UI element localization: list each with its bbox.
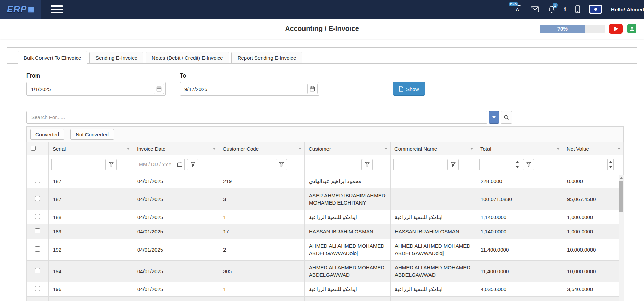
total-filter-button[interactable]	[523, 159, 534, 170]
tab-sending-einvoice[interactable]: Sending E-Invoice	[89, 52, 143, 64]
column-header-customer[interactable]: Customer	[305, 142, 391, 155]
row-checkbox[interactable]	[35, 196, 40, 201]
cell-total: 228.0000	[476, 174, 563, 188]
scrollbar-thumb[interactable]	[619, 181, 623, 212]
language-icon[interactable]: ENG A	[514, 5, 521, 13]
cell-total: 1,140.0000	[476, 210, 563, 224]
serial-filter-button[interactable]	[105, 159, 117, 170]
tab-bulk-convert[interactable]: Bulk Convert To EInvoice	[18, 51, 87, 64]
row-checkbox[interactable]	[35, 286, 40, 291]
search-input[interactable]	[26, 111, 487, 124]
spinner-down-icon[interactable]	[608, 164, 613, 170]
cell-date: 04/01/2025	[133, 282, 219, 297]
search-dropdown-button[interactable]	[489, 111, 499, 124]
row-checkbox-cell	[27, 261, 49, 282]
spinner-down-icon[interactable]	[514, 164, 520, 170]
row-checkbox[interactable]	[35, 178, 40, 183]
progress-fill: 70%	[540, 25, 585, 33]
cell-serial: 192	[49, 239, 133, 261]
page-title: Accounting / E-Invoice	[285, 25, 359, 33]
column-header-net-value[interactable]: Net Value	[563, 142, 624, 155]
select-all-checkbox[interactable]	[31, 146, 36, 151]
grid-toolbar: Converted Not Converted	[26, 126, 624, 142]
cell-serial: 188	[49, 210, 133, 224]
net-value-spinner[interactable]	[607, 159, 613, 170]
cell-commercial: AHMED ALI AHMED MOHAMED ABDELGAWWAD	[391, 261, 476, 282]
search-button[interactable]	[501, 111, 512, 124]
customer-filter-button[interactable]	[361, 159, 373, 170]
converted-button[interactable]: Converted	[30, 129, 64, 140]
cell-customer: ايتامكو للتنمية الزراعية	[305, 282, 391, 297]
total-filter-input[interactable]	[480, 159, 514, 170]
calendar-icon	[156, 86, 162, 92]
app-logo[interactable]: ERP ▦	[0, 0, 41, 19]
table-row: 19704/01/20254ALEEN MOHAMMAD ISMAIL RADI…	[27, 297, 624, 301]
total-spinner[interactable]	[514, 159, 520, 170]
cell-commercial: HASSAN IBRAHIM OSMAN	[391, 224, 476, 239]
tab-notes-einvoice[interactable]: Notes (Debit / Credit) E-Invoice	[146, 52, 229, 64]
progress-label: 70%	[557, 26, 568, 32]
cell-serial: 187	[49, 188, 133, 210]
cell-commercial	[391, 188, 476, 210]
language-badge: ENG	[509, 2, 518, 6]
to-field-group: To	[180, 73, 319, 96]
column-header-commercial-name[interactable]: Commercial Name	[391, 142, 476, 155]
cell-date: 04/01/2025	[133, 210, 219, 224]
column-header-total[interactable]: Total	[476, 142, 563, 155]
mobile-icon[interactable]	[575, 5, 580, 13]
spinner-up-icon[interactable]	[514, 159, 520, 164]
table-row: 19204/01/20252AHMED ALI AHMED MOHAMED AB…	[27, 239, 624, 261]
from-date-input[interactable]	[26, 82, 166, 96]
cell-customer: ASER AHMED IBRAHIM AHMED MOHAMED ELGHITA…	[305, 188, 391, 210]
cell-net: 10,000.0000	[563, 239, 624, 261]
spinner-up-icon[interactable]	[608, 159, 613, 164]
column-header-serial[interactable]: Serial	[49, 142, 133, 155]
table-scrollbar[interactable]	[619, 175, 624, 301]
to-calendar-button[interactable]	[307, 84, 318, 94]
tab-report-sending[interactable]: Report Sending E-Invoice	[231, 52, 302, 64]
customer-code-filter-button[interactable]	[276, 159, 287, 170]
filter-icon	[279, 162, 284, 167]
flag-avatar[interactable]	[589, 5, 602, 14]
customer-filter-input[interactable]	[308, 159, 359, 170]
youtube-icon[interactable]	[609, 24, 623, 34]
date-filter-form: From To Show	[7, 64, 637, 96]
info-icon[interactable]: i	[564, 5, 566, 13]
cell-code: 219	[219, 174, 305, 188]
filter-icon	[526, 162, 531, 167]
row-checkbox[interactable]	[35, 246, 40, 252]
table-row: 18704/01/20253ASER AHMED IBRAHIM AHMED M…	[27, 188, 624, 210]
commercial-name-filter-button[interactable]	[447, 159, 459, 170]
from-calendar-button[interactable]	[154, 84, 164, 94]
row-checkbox[interactable]	[35, 228, 40, 233]
row-checkbox[interactable]	[35, 214, 40, 219]
commercial-name-filter-input[interactable]	[393, 159, 445, 170]
contacts-icon[interactable]	[627, 24, 636, 33]
content-card: Bulk Convert To EInvoice Sending E-Invoi…	[7, 47, 637, 301]
invoice-date-filter-input[interactable]	[136, 159, 175, 170]
row-checkbox-cell	[27, 210, 49, 224]
to-date-input[interactable]	[180, 82, 319, 96]
not-converted-button[interactable]: Not Converted	[70, 129, 114, 140]
scroll-up-icon[interactable]	[619, 175, 624, 180]
column-header-invoice-date[interactable]: Invoice Date	[133, 142, 219, 155]
cell-code: 1	[219, 210, 305, 224]
net-value-filter-input[interactable]	[566, 159, 607, 170]
invoice-date-filter-button[interactable]	[187, 159, 198, 170]
table-row: 18904/01/202517HASSAN IBRAHIM OSMANHASSA…	[27, 224, 624, 239]
cell-date: 04/01/2025	[133, 297, 219, 301]
calendar-icon	[310, 86, 315, 92]
serial-filter-input[interactable]	[51, 159, 103, 170]
customer-code-filter-input[interactable]	[222, 159, 273, 170]
cell-total: 1,140.0000	[476, 224, 563, 239]
invoice-date-calendar-button[interactable]	[175, 159, 184, 170]
row-checkbox[interactable]	[35, 268, 40, 273]
cell-customer: AHMED ALI AHMED MOHAMED ABDELGAWWAD	[305, 261, 391, 282]
show-button[interactable]: Show	[393, 82, 425, 96]
column-header-customer-code[interactable]: Customer Code	[219, 142, 305, 155]
cell-total: 4,035.6000	[476, 282, 563, 297]
bell-icon[interactable]: 1	[548, 5, 555, 13]
mail-icon[interactable]	[531, 6, 539, 12]
menu-icon[interactable]	[51, 4, 63, 15]
cell-serial: 197	[49, 297, 133, 301]
